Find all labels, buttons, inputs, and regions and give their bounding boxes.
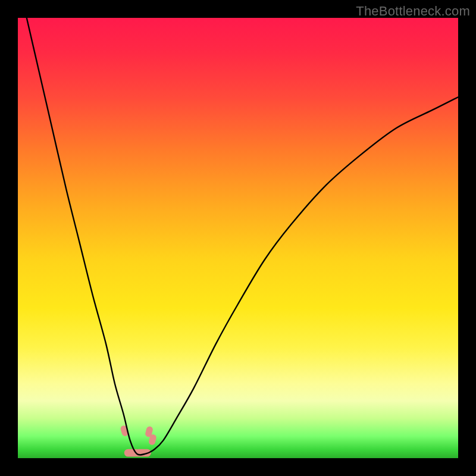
plot-area xyxy=(18,18,458,458)
bottleneck-curve xyxy=(27,18,458,455)
watermark-text: TheBottleneck.com xyxy=(356,4,470,19)
chart-frame: TheBottleneck.com xyxy=(0,0,476,476)
curve-layer xyxy=(18,18,458,458)
